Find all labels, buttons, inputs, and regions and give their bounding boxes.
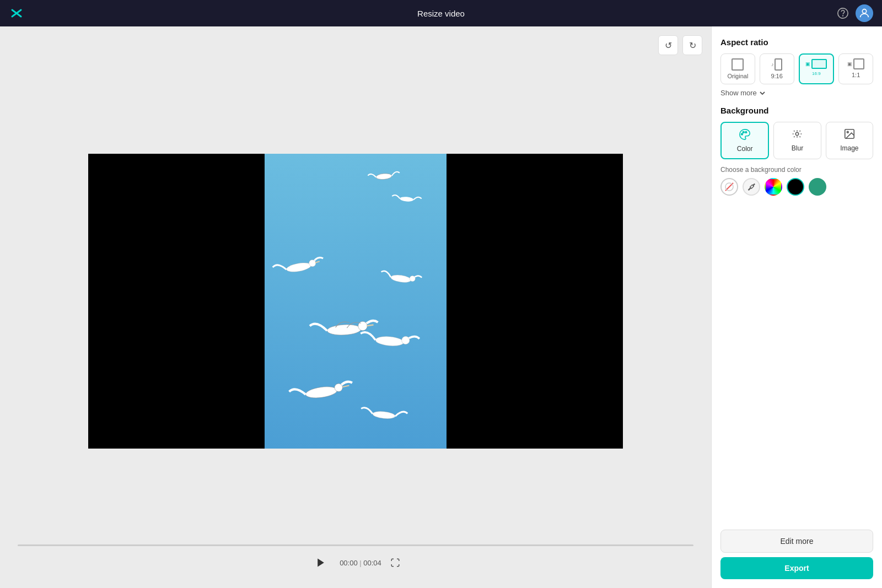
aspect-option-16-9[interactable]: ▣ 16:9 bbox=[799, 53, 835, 84]
16-9-label: 16:9 bbox=[812, 71, 821, 76]
main-container: ↺ ↻ bbox=[0, 26, 882, 588]
color-swatches bbox=[720, 178, 873, 196]
color-bg-icon bbox=[739, 128, 751, 143]
video-content bbox=[265, 154, 447, 449]
svg-point-19 bbox=[743, 132, 744, 133]
color-picker-label: Choose a background color bbox=[720, 166, 873, 174]
app-logo[interactable] bbox=[9, 6, 24, 21]
svg-point-21 bbox=[796, 132, 799, 136]
original-icon bbox=[732, 58, 744, 71]
svg-rect-3 bbox=[265, 154, 447, 449]
swatch-rainbow[interactable] bbox=[765, 178, 782, 196]
total-time: 00:04 bbox=[363, 559, 381, 567]
video-preview-wrapper bbox=[9, 62, 702, 540]
swatch-transparent[interactable] bbox=[720, 178, 738, 196]
page-title: Resize video bbox=[417, 9, 465, 18]
video-controls: 00:00 | 00:04 bbox=[9, 540, 702, 579]
background-section: Background Color bbox=[720, 106, 873, 196]
seagulls-graphic bbox=[265, 154, 447, 449]
current-time: 00:00 bbox=[340, 559, 358, 567]
swatch-eyedropper[interactable] bbox=[743, 178, 760, 196]
svg-point-2 bbox=[862, 9, 866, 13]
right-panel: Aspect ratio Original ♪ 9:16 bbox=[711, 26, 882, 588]
panel-footer: Edit more Export bbox=[720, 530, 873, 579]
svg-point-20 bbox=[745, 132, 747, 133]
background-options: Color Blur bbox=[720, 122, 873, 159]
help-icon[interactable] bbox=[837, 7, 849, 19]
fullscreen-button[interactable] bbox=[390, 558, 400, 568]
portrait-icon: ♪ bbox=[771, 58, 783, 71]
export-button[interactable]: Export bbox=[720, 557, 873, 579]
video-area: ↺ ↻ bbox=[0, 26, 711, 588]
svg-point-18 bbox=[741, 133, 743, 135]
aspect-ratio-section: Aspect ratio Original ♪ 9:16 bbox=[720, 37, 873, 106]
blur-icon bbox=[791, 128, 803, 142]
video-toolbar: ↺ ↻ bbox=[9, 35, 702, 55]
avatar[interactable] bbox=[856, 4, 873, 22]
bg-option-image[interactable]: Image bbox=[826, 122, 873, 159]
aspect-option-1-1[interactable]: ▣ 1:1 bbox=[838, 53, 873, 84]
9-16-label: 9:16 bbox=[771, 73, 782, 79]
background-title: Background bbox=[720, 106, 873, 115]
play-button[interactable] bbox=[311, 553, 331, 573]
bg-option-blur[interactable]: Blur bbox=[773, 122, 821, 159]
image-icon bbox=[843, 128, 856, 142]
color-label: Color bbox=[737, 145, 753, 153]
timeline-bar[interactable] bbox=[18, 544, 693, 546]
aspect-option-9-16[interactable]: ♪ 9:16 bbox=[760, 53, 794, 84]
image-label: Image bbox=[840, 144, 858, 152]
original-label: Original bbox=[727, 73, 748, 79]
time-display: 00:00 | 00:04 bbox=[340, 559, 381, 567]
eyedropper-icon bbox=[747, 182, 756, 191]
svg-point-23 bbox=[847, 131, 848, 133]
controls-row: 00:00 | 00:04 bbox=[18, 553, 693, 573]
aspect-option-original[interactable]: Original bbox=[720, 53, 755, 84]
swatch-black[interactable] bbox=[787, 178, 804, 196]
square-icon: ▣ bbox=[847, 58, 864, 69]
landscape-icon: ▣ bbox=[805, 59, 827, 69]
svg-point-1 bbox=[843, 15, 843, 16]
no-color-icon bbox=[724, 182, 734, 192]
aspect-ratio-grid: Original ♪ 9:16 ▣ bbox=[720, 53, 873, 84]
edit-more-button[interactable]: Edit more bbox=[720, 530, 873, 553]
bg-option-color[interactable]: Color bbox=[720, 122, 769, 159]
show-more-button[interactable]: Show more bbox=[720, 89, 766, 97]
swatch-teal[interactable] bbox=[809, 178, 826, 196]
blur-label: Blur bbox=[792, 144, 803, 152]
navbar: Resize video bbox=[0, 0, 882, 26]
undo-button[interactable]: ↺ bbox=[658, 35, 678, 55]
video-preview bbox=[88, 154, 623, 449]
1-1-label: 1:1 bbox=[852, 72, 860, 78]
navbar-right bbox=[837, 4, 873, 22]
video-black-left bbox=[88, 154, 265, 449]
aspect-ratio-title: Aspect ratio bbox=[720, 37, 873, 47]
redo-button[interactable]: ↻ bbox=[682, 35, 702, 55]
video-black-right bbox=[447, 154, 623, 449]
svg-marker-17 bbox=[318, 559, 324, 567]
